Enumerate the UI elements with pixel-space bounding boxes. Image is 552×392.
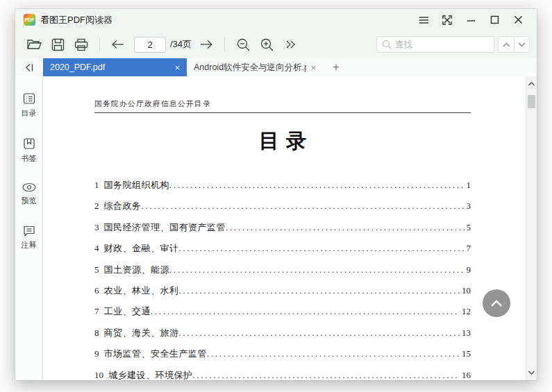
toc-entry-page: 1 [465,175,471,196]
search-input[interactable] [395,40,489,49]
toolbar-divider [224,37,225,51]
toc-entry-title: 工业、交通 [104,301,151,322]
toc-entry-page: 7 [465,238,471,259]
tab-label: Android软件安全与逆向分析.pdf [194,62,306,74]
toc-dot-leader [207,343,460,364]
pdf-page: 国务院办公厅政府信息公开目录 目录 1国务院组织机构1 2综合政务3 3国民经济… [43,76,526,380]
collapse-sidebar-icon[interactable] [15,58,43,76]
maximize-icon[interactable] [484,9,505,31]
toc-entry-number: 5 [94,259,99,280]
sidebar: 目录 书签 预览 注释 [15,76,43,380]
app-title: 看图王PDF阅读器 [40,14,112,26]
toc-entry-page: 13 [460,323,471,343]
toc-dot-leader [169,259,465,280]
tab-android-pdf[interactable]: Android软件安全与逆向分析.pdf × [187,58,323,76]
toc-entry-number: 3 [94,217,99,238]
toc-entry: 3国民经济管理、国有资产监管5 [94,217,471,238]
toc-entry-number: 1 [94,175,99,196]
close-icon[interactable] [508,9,528,31]
save-icon[interactable] [46,34,69,55]
toc-entry-page: 16 [460,365,471,380]
toc-entry-title: 城乡建设、环境保护 [108,365,193,380]
zoom-in-icon[interactable] [255,34,278,55]
toc-entry-page: 3 [465,196,471,216]
tab-label: 2020_PDF.pdf [50,62,170,72]
scrollbar-thumb[interactable] [528,95,535,108]
toc-entry-page: 12 [460,301,471,322]
toc-entry-page: 5 [465,217,471,238]
toc-entry-title: 国务院组织机构 [104,175,170,196]
sidebar-item-label: 书签 [22,153,37,164]
toolbar: /34页 [15,31,537,58]
next-page-icon[interactable] [194,34,218,55]
search-icon [382,40,392,49]
toc-dot-leader [151,301,460,322]
toc-entry-number: 6 [94,280,99,301]
search-next-icon[interactable] [514,37,529,52]
page-number-input[interactable] [134,37,166,53]
toc-entry: 5国土资源、能源9 [94,259,471,280]
tab-close-icon[interactable]: × [174,63,180,72]
toc-entry: 1国务院组织机构1 [94,175,471,196]
main-area: 目录 书签 预览 注释 [15,76,537,380]
document-title: 目录 [94,128,471,155]
bookmark-icon [22,137,36,151]
sidebar-item-label: 注释 [22,240,37,250]
toc-entry: 2综合政务3 [94,196,471,216]
search-previous-icon[interactable] [499,37,514,52]
toc-entry-page: 10 [460,280,471,301]
minimize-icon[interactable] [460,9,481,31]
app-logo-icon: PDF [24,14,35,26]
sidebar-item-toc[interactable]: 目录 [22,92,37,119]
open-file-icon[interactable] [22,34,46,55]
search-box[interactable] [376,36,494,53]
toolbar-divider [99,37,100,51]
comment-icon [22,224,36,237]
search-nav [498,36,530,53]
tab-2020-pdf[interactable]: 2020_PDF.pdf × [43,58,187,76]
previous-page-icon[interactable] [106,34,130,55]
back-to-top-button[interactable] [483,289,510,317]
scroll-down-icon[interactable] [526,368,537,377]
chevron-up-icon [490,300,503,307]
more-tools-icon[interactable] [278,34,302,55]
header-rule [94,112,471,113]
print-icon[interactable] [69,34,93,55]
scroll-up-icon[interactable] [526,79,537,89]
toc-dot-leader [169,175,465,196]
toc-entry: 7工业、交通12 [94,301,471,322]
toc-dot-leader [142,196,465,216]
toc-entry: 8商贸、海关、旅游13 [94,323,471,343]
toc-entry-page: 15 [460,343,471,364]
window-controls [410,9,528,31]
toc-entry-number: 9 [94,343,99,364]
toc-entry-title: 市场监管、安全生产监管 [104,343,208,364]
toc-list: 1国务院组织机构1 2综合政务3 3国民经济管理、国有资产监管5 4财政、金融、… [94,175,471,380]
menu-icon[interactable] [413,9,434,31]
toc-entry-page: 9 [465,259,471,280]
toc-entry-title: 商贸、海关、旅游 [104,323,179,343]
sidebar-item-preview[interactable]: 预览 [22,182,37,206]
tab-close-icon[interactable]: × [310,63,316,72]
sidebar-item-label: 目录 [22,108,37,119]
titlebar: PDF 看图王PDF阅读器 [15,9,537,31]
zoom-out-icon[interactable] [231,34,255,55]
app-window: PDF 看图王PDF阅读器 [15,9,537,380]
toc-entry-number: 2 [94,196,99,216]
document-header: 国务院办公厅政府信息公开目录 [94,99,211,109]
sidebar-item-annotations[interactable]: 注释 [22,224,37,250]
toc-entry-title: 综合政务 [104,196,142,216]
toc-entry-number: 7 [94,301,99,322]
new-tab-button[interactable]: + [323,58,349,76]
toc-entry-title: 财政、金融、审计 [104,238,179,259]
toc-dot-leader [179,280,460,301]
toc-entry-title: 农业、林业、水利 [104,280,179,301]
page-total-label: /34页 [170,38,192,51]
toc-entry-number: 4 [94,238,99,259]
toc-entry: 10城乡建设、环境保护16 [94,365,471,380]
vertical-scrollbar[interactable] [526,76,537,380]
toc-dot-leader [226,217,465,238]
toc-icon [22,92,36,105]
fullscreen-icon[interactable] [437,9,458,31]
sidebar-item-bookmarks[interactable]: 书签 [22,137,37,164]
